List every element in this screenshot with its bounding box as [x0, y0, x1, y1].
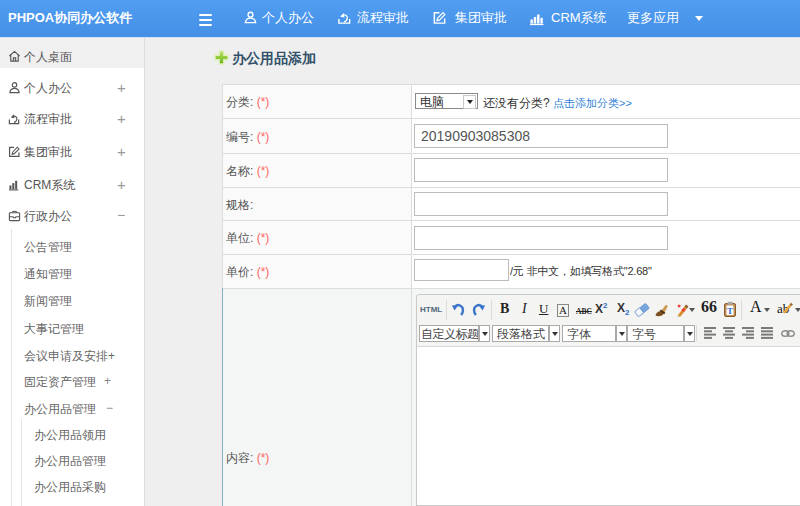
svg-text:T: T: [727, 306, 733, 316]
